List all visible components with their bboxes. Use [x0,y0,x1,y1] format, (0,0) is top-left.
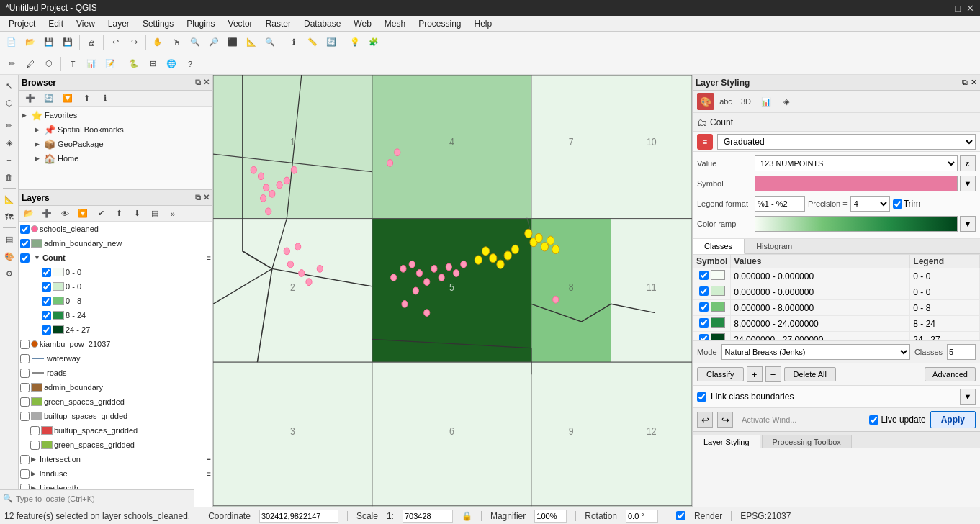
symbol-preview[interactable] [755,176,958,191]
redo-btn[interactable]: ↪ [125,34,143,51]
zoom-out-btn[interactable]: 🔎 [205,34,222,51]
layer-waterway[interactable]: waterway [19,351,212,366]
menu-edit[interactable]: Edit [42,17,69,30]
annotation-btn[interactable]: 📝 [102,55,119,73]
layer-show-all-btn[interactable]: 👁 [56,205,73,222]
layer-green-spaces[interactable]: green_spaces_gridded [19,394,212,409]
layer-roads[interactable]: roads [19,366,212,380]
scale-input[interactable] [403,510,453,523]
layer-class-24-27[interactable]: 24 - 27 [19,322,212,337]
browser-favorites[interactable]: ▶ ⭐ Favorites [20,108,211,122]
layer-count-check[interactable] [20,253,30,263]
browser-filter-btn[interactable]: 🔽 [59,90,76,107]
zoom-selected-btn[interactable]: 🔍 [261,34,279,51]
browser-bookmarks[interactable]: ▶ 📌 Spatial Bookmarks [20,122,211,137]
vs-map-btn[interactable]: 🗺 [1,209,17,225]
layer-builtup-sub[interactable]: builtup_spaces_gridded [19,423,212,438]
layer-more-btn[interactable]: » [164,205,181,222]
vs-edit-btn[interactable]: ✏ [1,117,17,133]
menu-settings[interactable]: Settings [137,17,179,30]
vs-props-btn[interactable]: ⚙ [1,266,17,281]
layer-waterway-check[interactable] [20,354,30,363]
layer-kiambu-check[interactable] [20,340,30,349]
zoom-full-btn[interactable]: ⬛ [224,34,241,51]
class-0-0-b-check[interactable] [42,282,51,292]
tab-processing-toolbox[interactable]: Processing Toolbox [762,435,852,448]
grid-btn[interactable]: ⊞ [144,55,161,73]
layer-schools-check[interactable] [20,225,30,234]
layer-group-btn[interactable]: ▤ [146,205,163,222]
browser-add-btn[interactable]: ➕ [22,90,39,107]
menu-database[interactable]: Database [298,17,346,30]
layer-landuse[interactable]: ▶ landuse ≡ [19,466,212,481]
layer-green-sub[interactable]: green_spaces_gridded [19,438,212,452]
class-2-color[interactable] [711,302,725,312]
refresh-btn[interactable]: 🔄 [323,34,340,51]
link-class-check[interactable] [697,392,706,402]
layer-paint-btn[interactable]: 🎨 [697,93,714,110]
magnifier-input[interactable] [534,510,567,523]
classes-spinbox[interactable] [947,344,976,360]
remove-class-btn[interactable]: − [765,366,781,382]
vs-node-btn[interactable]: ◈ [1,135,17,150]
print-btn[interactable]: 🖨 [83,34,100,51]
class-0-check[interactable] [699,271,709,280]
vs-style-btn[interactable]: 🎨 [1,248,17,264]
menu-web[interactable]: Web [348,17,377,30]
layer-count-group[interactable]: ▼ Count ≡ [19,250,212,265]
color-ramp-dropdown-btn[interactable]: ▼ [960,216,976,232]
browser-home[interactable]: ▶ 🏠 Home [20,151,211,166]
symbol-dropdown-btn[interactable]: ▼ [960,176,976,191]
menu-help[interactable]: Help [469,17,498,30]
map-area[interactable]: 1 4 7 10 2 5 8 11 3 6 9 12 [213,75,692,507]
new-project-btn[interactable]: 📄 [3,34,20,51]
edit-mode-btn[interactable]: ✏ [3,55,20,73]
layer-abc-btn[interactable]: abc [717,93,734,110]
layer-filter-btn[interactable]: 🔽 [74,205,91,222]
layer-diagram-btn[interactable]: 📊 [758,93,775,110]
layers-close-btn[interactable]: ✕ [203,193,210,202]
layer-intersection-check[interactable] [20,455,30,464]
value-expr-btn[interactable]: ε [960,155,976,171]
menu-processing[interactable]: Processing [413,17,467,30]
layer-schools-cleaned[interactable]: schools_cleaned [19,222,212,236]
add-class-btn[interactable]: + [747,366,763,382]
plugins-btn[interactable]: 🧩 [365,34,382,51]
digitize-btn[interactable]: 🖊 [22,55,39,73]
layer-class-8-24[interactable]: 8 - 24 [19,308,212,322]
apply-btn[interactable]: Apply [930,411,976,428]
save-as-btn[interactable]: 💾 [59,34,76,51]
vs-add-btn[interactable]: + [1,152,17,168]
open-project-btn[interactable]: 📂 [22,34,39,51]
measure-btn[interactable]: 📏 [304,34,321,51]
zoom-layer-btn[interactable]: 📐 [243,34,260,51]
browser-refresh-btn[interactable]: 🔄 [40,90,58,107]
layer-intersection[interactable]: ▶ Intersection ≡ [19,452,212,466]
label-btn[interactable]: T [64,55,81,73]
class-4-check[interactable] [699,334,709,340]
layer-admin-boundary[interactable]: admin_boundary [19,380,212,394]
vs-feature-btn[interactable]: ⬡ [1,95,17,111]
class-24-27-check[interactable] [42,325,51,335]
vs-delete-btn[interactable]: 🗑 [1,169,17,185]
menu-layer[interactable]: Layer [102,17,135,30]
class-1-color[interactable] [711,286,725,296]
layer-class-0-8[interactable]: 0 - 8 [19,294,212,308]
class-3-color[interactable] [711,317,725,328]
tab-histogram[interactable]: Histogram [745,239,804,253]
menu-plugins[interactable]: Plugins [181,17,220,30]
maximize-btn[interactable]: □ [955,3,961,14]
layer-mask-btn[interactable]: ◈ [778,93,795,110]
layer-down-btn[interactable]: ⬇ [128,205,145,222]
browser-geopackage[interactable]: ▶ 📦 GeoPackage [20,137,211,151]
browser-collapse-btn[interactable]: ⬆ [78,90,95,107]
layer-landuse-check[interactable] [20,469,30,479]
browser-props-btn[interactable]: ℹ [96,90,114,107]
layer-builtup-check[interactable] [20,412,30,421]
style-redo-btn[interactable]: ↪ [717,412,733,428]
pan-btn[interactable]: ✋ [149,34,166,51]
class-0-color[interactable] [711,270,725,280]
link-settings-btn[interactable]: ▼ [960,389,976,405]
class-4-color[interactable] [711,333,725,340]
right-panel-close-btn[interactable]: ✕ [971,78,977,87]
